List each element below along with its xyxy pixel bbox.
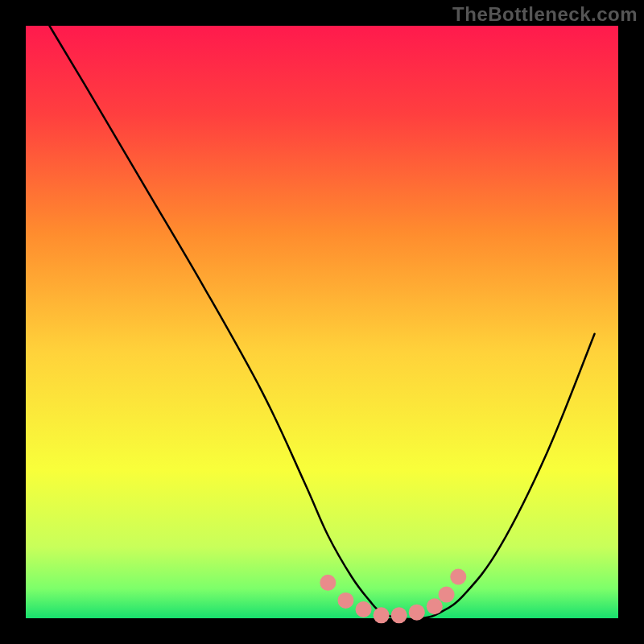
chart-container: TheBottleneck.com	[0, 0, 644, 644]
chart-svg	[0, 0, 644, 644]
marker-dot	[320, 575, 336, 591]
marker-dot	[439, 587, 455, 603]
marker-dot	[337, 592, 353, 609]
marker-dot	[409, 605, 425, 621]
marker-dot	[427, 598, 443, 614]
gradient-background	[26, 26, 618, 618]
marker-dot	[450, 568, 466, 584]
marker-dot	[374, 607, 390, 623]
marker-dot	[391, 607, 407, 623]
marker-dot	[356, 601, 372, 617]
